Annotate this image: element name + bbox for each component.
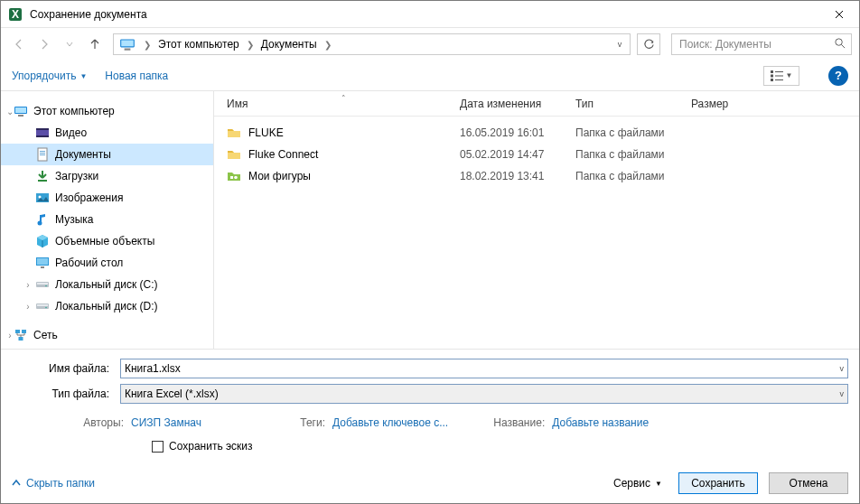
dropdown-icon[interactable]: v [840, 364, 845, 373]
view-button[interactable]: ▼ [763, 66, 799, 86]
svg-rect-37 [19, 337, 23, 341]
cancel-button[interactable]: Отмена [769, 472, 848, 494]
svg-rect-14 [18, 115, 23, 117]
organize-button[interactable]: Упорядочить▼ [12, 70, 87, 82]
file-name: FLUKE [248, 126, 284, 139]
toolbar: Упорядочить▼ Новая папка ▼ ? [1, 61, 859, 91]
nav-label: Видео [55, 126, 87, 139]
nav-pictures[interactable]: Изображения [1, 187, 213, 209]
svg-rect-38 [230, 176, 233, 179]
file-name: Мои фигуры [248, 170, 311, 182]
search-icon[interactable] [834, 37, 846, 51]
nav-network[interactable]: › Сеть [1, 324, 213, 346]
chevron-right-icon[interactable]: ❯ [242, 40, 258, 50]
svg-point-25 [38, 221, 42, 226]
nav-label: Сеть [33, 329, 58, 341]
svg-rect-6 [771, 70, 773, 73]
titlebar: X Сохранение документа [1, 1, 859, 28]
expander-closed-icon[interactable]: › [23, 280, 33, 290]
back-button[interactable] [8, 33, 30, 55]
cube-icon [35, 234, 50, 248]
videos-icon [35, 126, 50, 140]
help-button[interactable]: ? [828, 66, 848, 86]
svg-rect-9 [775, 71, 783, 72]
sort-asc-icon: ˄ [341, 94, 346, 103]
column-headers: ˄Имя Дата изменения Тип Размер [214, 91, 859, 117]
checkbox-icon[interactable] [152, 441, 164, 453]
authors-value[interactable]: СИЗП Замнач [131, 416, 201, 429]
file-date: 16.05.2019 16:01 [460, 126, 575, 139]
tools-button[interactable]: Сервис▼ [608, 473, 668, 493]
title-value[interactable]: Добавьте название [552, 416, 649, 429]
refresh-button[interactable] [637, 33, 660, 55]
save-button[interactable]: Сохранить [678, 472, 758, 494]
file-row[interactable]: Fluke Connect 05.02.2019 14:47 Папка с ф… [214, 144, 859, 165]
nav-music[interactable]: Музыка [1, 209, 213, 230]
expander-closed-icon[interactable]: › [23, 302, 33, 312]
nav-this-pc[interactable]: ⌄ Этот компьютер [1, 100, 213, 122]
file-rows: FLUKE 16.05.2019 16:01 Папка с файлами F… [214, 117, 859, 349]
desktop-icon [35, 256, 50, 270]
nav-desktop[interactable]: Рабочий стол [1, 252, 213, 274]
nav-label: Документы [55, 148, 111, 161]
nav-documents[interactable]: Документы [1, 144, 213, 165]
file-type: Папка с файлами [575, 126, 691, 139]
filename-value: Книга1.xlsx [125, 362, 840, 375]
title-label: Название: [486, 416, 545, 429]
network-icon [14, 328, 28, 342]
excel-icon: X [8, 7, 23, 22]
svg-rect-10 [775, 75, 783, 76]
file-date: 05.02.2019 14:47 [460, 148, 575, 161]
tags-value[interactable]: Добавьте ключевое с... [332, 416, 448, 429]
svg-rect-11 [775, 79, 783, 80]
expander-open-icon[interactable]: ⌄ [5, 107, 15, 117]
recent-dropdown-icon[interactable] [59, 33, 80, 55]
nav-disk-d[interactable]: › Локальный диск (D:) [1, 295, 213, 317]
metadata-row: Авторы: СИЗП Замнач Теги: Добавьте ключе… [12, 409, 848, 431]
svg-rect-19 [40, 151, 45, 152]
file-list: ˄Имя Дата изменения Тип Размер FLUKE 16.… [214, 91, 859, 349]
breadcrumb-folder[interactable]: Документы [258, 36, 320, 52]
svg-point-34 [45, 307, 47, 309]
nav-videos[interactable]: Видео [1, 122, 213, 144]
nav-label: Музыка [55, 213, 93, 226]
nav-label: Объемные объекты [55, 235, 154, 247]
address-bar[interactable]: ❯ Этот компьютер ❯ Документы ❯ v [113, 33, 631, 55]
triangle-down-icon: ▼ [79, 72, 87, 80]
nav-downloads[interactable]: Загрузки [1, 165, 213, 187]
up-button[interactable] [84, 33, 106, 55]
collapse-icon [12, 479, 21, 488]
new-folder-button[interactable]: Новая папка [105, 70, 168, 82]
filename-combo[interactable]: Книга1.xlsx v [120, 359, 848, 378]
shapes-folder-icon [227, 169, 241, 183]
downloads-icon [35, 169, 50, 183]
hide-folders-button[interactable]: Скрыть папки [12, 477, 95, 490]
filetype-combo[interactable]: Книга Excel (*.xlsx) v [120, 384, 848, 404]
file-row[interactable]: Мои фигуры 18.02.2019 13:41 Папка с файл… [214, 165, 859, 187]
dropdown-icon[interactable]: v [840, 389, 845, 398]
address-dropdown-icon[interactable]: v [612, 40, 628, 49]
save-thumbnail-row[interactable]: Сохранить эскиз [12, 431, 848, 458]
breadcrumb-root[interactable]: Этот компьютер [155, 36, 242, 52]
svg-point-39 [234, 176, 238, 180]
col-date[interactable]: Дата изменения [460, 98, 575, 110]
nav-disk-c[interactable]: › Локальный диск (C:) [1, 274, 213, 295]
svg-rect-35 [15, 330, 20, 333]
filename-label: Имя файла: [12, 362, 120, 375]
nav-3d-objects[interactable]: Объемные объекты [1, 230, 213, 252]
col-size[interactable]: Размер [691, 98, 763, 110]
svg-point-5 [836, 39, 842, 45]
chevron-right-icon[interactable]: ❯ [139, 40, 155, 50]
forward-button[interactable] [33, 33, 55, 55]
expander-closed-icon[interactable]: › [5, 331, 15, 341]
col-type[interactable]: Тип [575, 98, 691, 110]
chevron-right-icon[interactable]: ❯ [320, 40, 336, 50]
col-name[interactable]: ˄Имя [227, 98, 460, 110]
body: ⌄ Этот компьютер Видео Документы Загрузк… [1, 91, 859, 350]
save-dialog: X Сохранение документа ❯ Этот компьютер … [0, 0, 860, 504]
close-button[interactable] [818, 1, 859, 28]
nav-label: Локальный диск (D:) [55, 300, 158, 313]
search-box[interactable] [671, 33, 852, 55]
file-row[interactable]: FLUKE 16.05.2019 16:01 Папка с файлами [214, 122, 859, 144]
search-input[interactable] [678, 37, 834, 51]
